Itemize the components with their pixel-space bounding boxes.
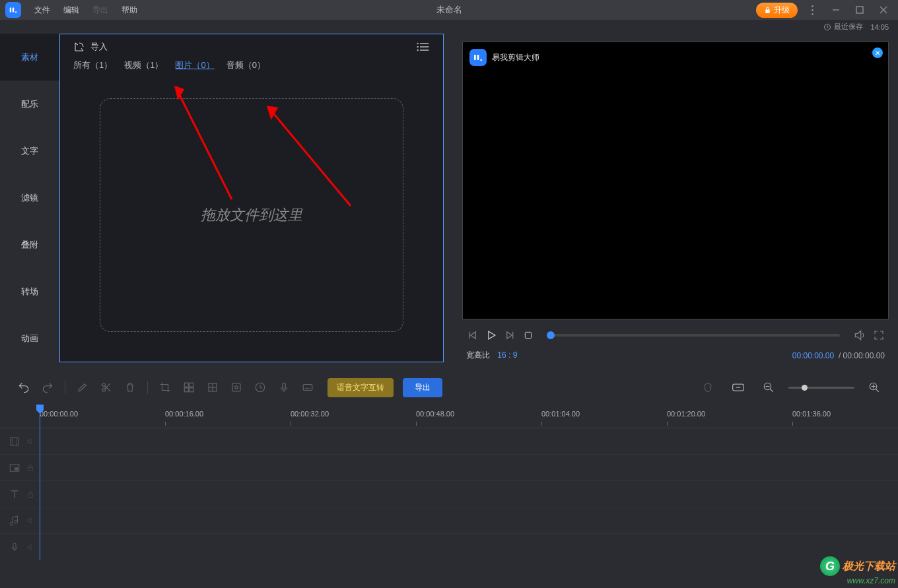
maximize-button[interactable] [850,1,869,19]
minimize-button[interactable] [827,1,845,19]
svg-rect-21 [525,332,531,338]
fit-button[interactable] [728,377,749,398]
sidebar: 素材 配乐 文字 滤镜 叠附 转场 动画 [0,34,59,362]
media-tab-image[interactable]: 图片（0） [175,59,214,73]
svg-rect-27 [190,388,193,392]
app-logo [5,2,21,18]
mosaic-button[interactable] [178,377,199,398]
lock-icon[interactable] [26,490,34,499]
voice-convert-button[interactable]: 语音文字互转 [328,378,394,397]
svg-rect-18 [474,55,476,60]
pip-icon [8,462,21,474]
undo-button[interactable] [13,377,34,398]
import-button[interactable]: 导入 [73,41,108,53]
save-status: 最近保存 14:05 [0,20,898,34]
window-title: 未命名 [436,4,462,16]
time-tick: 00:01:36.00 [792,410,831,418]
annotation-arrow-1 [166,81,245,206]
lock-icon [764,7,771,14]
time-ruler[interactable]: 00:00:00.00 00:00:16.00 00:00:32.00 00:0… [0,405,898,428]
crop-button[interactable] [155,377,176,398]
menu-help[interactable]: 帮助 [115,5,144,16]
svg-rect-53 [28,494,33,497]
subtitle-button[interactable] [297,377,318,398]
svg-rect-0 [10,8,11,13]
mute-icon[interactable] [26,543,34,551]
stop-button[interactable] [523,330,534,341]
svg-line-16 [268,107,351,206]
zoom-button[interactable] [202,377,223,398]
progress-slider[interactable] [547,334,840,337]
import-label: 导入 [90,41,108,53]
watermark-name: 极光下载站 [843,560,895,573]
prev-frame-button[interactable] [466,329,478,341]
svg-rect-25 [190,383,193,387]
menubar: 文件 编辑 导出 帮助 未命名 升级 [0,0,898,20]
more-button[interactable] [803,1,821,19]
svg-rect-51 [15,467,18,471]
timeline: 00:00:00.00 00:00:16.00 00:00:32.00 00:0… [0,405,898,560]
speed-button[interactable] [250,377,271,398]
track-pip[interactable] [0,455,898,481]
svg-line-42 [770,389,773,392]
menu-edit[interactable]: 编辑 [57,5,86,16]
mute-icon[interactable] [26,438,34,445]
import-icon [73,41,85,53]
track-audio[interactable] [0,507,898,534]
voiceover-button[interactable] [273,377,294,398]
sidebar-tab-music[interactable]: 配乐 [0,81,59,127]
svg-point-11 [417,43,419,45]
player-info: 宽高比 16 : 9 00:00:00.00 / 00:00:00.00 [462,348,889,362]
zoom-slider[interactable] [788,387,854,389]
delete-button[interactable] [120,377,141,398]
list-view-button[interactable] [417,41,430,53]
upgrade-label: 升级 [774,5,790,16]
aspect-value[interactable]: 16 : 9 [497,350,517,360]
sidebar-tab-text[interactable]: 文字 [0,127,59,174]
sidebar-tab-material[interactable]: 素材 [0,34,59,81]
time-tick: 00:00:16.00 [165,410,203,418]
next-frame-button[interactable] [504,329,516,341]
media-tab-audio[interactable]: 音频（0） [226,59,265,73]
redo-button[interactable] [37,377,58,398]
svg-rect-35 [303,385,312,391]
lock-icon[interactable] [26,463,34,473]
media-tab-video[interactable]: 视频（1） [124,59,163,73]
time-tick: 00:01:04.00 [541,410,580,418]
annotation-arrow-2 [258,100,364,212]
track-video[interactable] [0,428,898,455]
zoom-in-button[interactable] [864,377,885,398]
marker-button[interactable] [697,377,718,398]
svg-rect-4 [856,7,863,13]
mute-icon[interactable] [26,517,34,525]
freeze-button[interactable] [226,377,247,398]
split-button[interactable] [96,377,117,398]
sidebar-tab-transition[interactable]: 转场 [0,269,59,315]
upgrade-button[interactable]: 升级 [756,3,798,18]
watermark-url: www.xz7.com [820,576,895,585]
brand-logo-icon [469,49,487,66]
play-button[interactable] [485,329,498,342]
export-button[interactable]: 导出 [403,378,442,397]
track-voiceover[interactable] [0,534,898,560]
preview-area: 易我剪辑大师 ✕ 宽高比 16 : 9 00:00:00.00 / 00:00:… [444,34,898,362]
media-tab-all[interactable]: 所有（1） [73,59,112,73]
sidebar-tab-filter[interactable]: 滤镜 [0,174,59,221]
fullscreen-button[interactable] [873,329,885,341]
track-text[interactable] [0,481,898,507]
playhead[interactable] [40,405,40,560]
svg-point-20 [480,59,482,61]
svg-point-32 [235,386,238,389]
sidebar-tab-overlay[interactable]: 叠附 [0,222,59,269]
edit-button[interactable] [72,377,93,398]
sidebar-tab-animation[interactable]: 动画 [0,315,59,362]
menu-file[interactable]: 文件 [28,5,57,16]
media-tabs: 所有（1） 视频（1） 图片（0） 音频（0） [60,57,443,79]
close-button[interactable] [874,1,893,19]
watermark: G 极光下载站 www.xz7.com [820,556,895,585]
volume-button[interactable] [853,329,866,342]
zoom-out-button[interactable] [758,377,779,398]
svg-line-46 [876,389,879,392]
svg-point-2 [15,11,17,13]
preview-close-button[interactable]: ✕ [872,48,883,58]
